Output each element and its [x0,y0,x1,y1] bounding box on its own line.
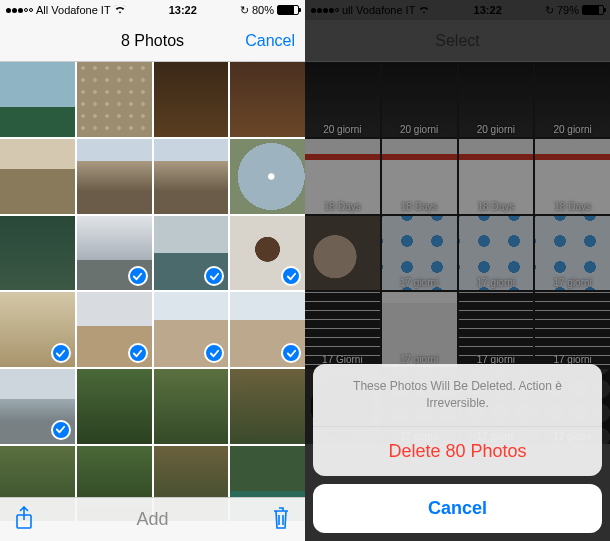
toolbar: Add [0,497,305,541]
photo-thumbnail[interactable] [154,62,229,137]
photo-thumbnail[interactable] [77,216,152,291]
share-icon[interactable] [14,506,34,534]
checkmark-icon [128,343,148,363]
photo-thumbnail[interactable] [230,62,305,137]
photo-thumbnail[interactable] [0,216,75,291]
photo-thumbnail[interactable] [77,139,152,214]
checkmark-icon [281,343,301,363]
trash-icon[interactable] [271,506,291,534]
add-button[interactable]: Add [0,509,305,530]
cancel-button[interactable]: Cancel [245,32,295,50]
photo-thumbnail[interactable] [77,62,152,137]
photo-thumbnail[interactable] [154,216,229,291]
photo-thumbnail[interactable] [77,292,152,367]
checkmark-icon [128,266,148,286]
action-sheet-cancel-button[interactable]: Cancel [313,484,602,533]
photo-thumbnail[interactable] [230,292,305,367]
battery-icon [277,5,299,15]
photo-grid [0,62,305,541]
carrier-label: All Vodafone IT [36,4,111,16]
photo-thumbnail[interactable] [230,216,305,291]
clock: 13:22 [169,4,197,16]
status-bar: All Vodafone IT 13:22 ↻ 80% [0,0,305,20]
photo-thumbnail[interactable] [154,369,229,444]
right-screenshot: ull Vodafone IT 13:22 ↻ 79% Select 20 gi… [305,0,610,541]
checkmark-icon [51,420,71,440]
photo-thumbnail[interactable] [0,62,75,137]
photo-thumbnail[interactable] [230,369,305,444]
left-screenshot: All Vodafone IT 13:22 ↻ 80% 8 Photos Can… [0,0,305,541]
battery-pct: 80% [252,4,274,16]
photo-thumbnail[interactable] [0,292,75,367]
photo-thumbnail[interactable] [154,139,229,214]
photo-thumbnail[interactable] [77,369,152,444]
action-sheet: These Photos Will Be Deleted. Action è I… [305,356,610,541]
rotation-lock-icon: ↻ [240,4,249,17]
signal-icon [6,8,33,13]
photo-thumbnail[interactable] [154,292,229,367]
nav-bar: 8 Photos Cancel [0,20,305,62]
photo-thumbnail[interactable] [230,139,305,214]
photo-thumbnail[interactable] [0,139,75,214]
delete-photos-button[interactable]: Delete 80 Photos [313,427,602,476]
wifi-icon [114,4,126,16]
photo-thumbnail[interactable] [0,369,75,444]
action-sheet-message: These Photos Will Be Deleted. Action è I… [313,364,602,427]
checkmark-icon [51,343,71,363]
